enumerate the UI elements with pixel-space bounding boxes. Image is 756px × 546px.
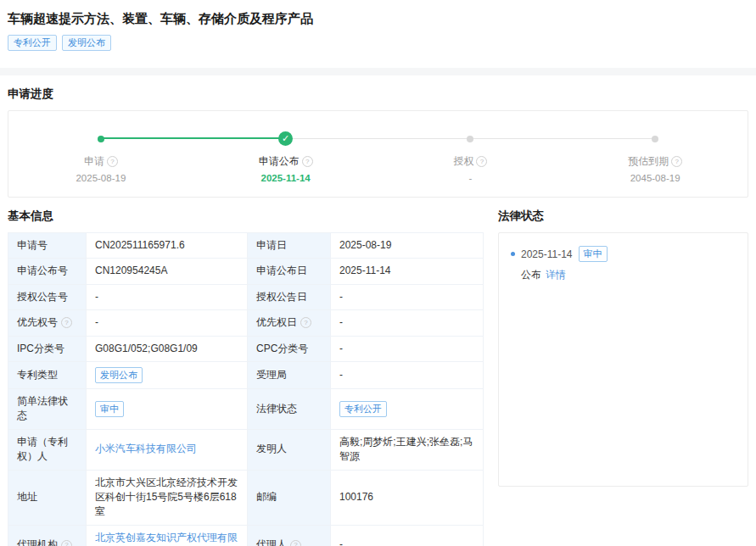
field-value: - — [331, 336, 484, 361]
patent-type-badge: 发明公布 — [95, 367, 143, 383]
field-value: - — [331, 310, 484, 336]
field-label: 申请公布号 — [8, 259, 87, 284]
field-value: G08G1/052;G08G1/09 — [87, 336, 248, 361]
bullet-dot-icon — [511, 252, 515, 256]
table-row: IPC分类号 G08G1/052;G08G1/09 CPC分类号 - — [8, 336, 484, 361]
step-date: 2025-11-14 — [261, 173, 311, 183]
basic-info-table: 申请号 CN202511165971.6 申请日 2025-08-19 申请公布… — [8, 232, 484, 546]
info-icon[interactable]: ? — [300, 317, 311, 328]
info-icon[interactable]: ? — [107, 156, 118, 167]
legal-status-date: 2025-11-14 — [521, 248, 573, 260]
legal-status-section: 法律状态 2025-11-14 审中 公布 详情 — [498, 198, 748, 487]
page-title: 车辆超速提示方法、装置、车辆、存储介质及程序产品 — [8, 11, 748, 27]
field-label: 简单法律状态 — [8, 388, 87, 429]
table-row: 简单法律状态 审中 法律状态 专利公开 — [8, 388, 484, 429]
table-row: 申请（专利权）人 小米汽车科技有限公司 发明人 高毅;周梦炘;王建兴;张垒磊;马… — [8, 429, 484, 470]
field-value: - — [87, 284, 248, 309]
table-row: 代理机构? 北京英创嘉友知识产权代理有限公司 代理人? - — [8, 525, 484, 546]
applicant-link[interactable]: 小米汽车科技有限公司 — [95, 443, 197, 454]
field-label: 申请日 — [248, 233, 331, 259]
field-label: 优先权日? — [248, 310, 331, 336]
main-content: 基本信息 申请号 CN202511165971.6 申请日 2025-08-19… — [0, 198, 756, 546]
field-label: 授权公告日 — [248, 284, 331, 309]
field-label: IPC分类号 — [8, 336, 87, 361]
legal-status-item: 2025-11-14 审中 公布 详情 — [511, 246, 736, 282]
field-value: CN120954245A — [87, 259, 248, 284]
legal-status-item-badge: 审中 — [579, 246, 608, 262]
field-value: 发明公布 — [87, 361, 248, 388]
step-dot-icon — [467, 136, 473, 142]
field-value: 2025-08-19 — [331, 233, 484, 259]
field-value: CN202511165971.6 — [87, 233, 248, 259]
table-row: 专利类型 发明公布 受理局 - — [8, 361, 484, 388]
field-value: 专利公开 — [331, 388, 484, 429]
table-row: 优先权号? - 优先权日? - — [8, 310, 484, 336]
field-label: 申请公布日 — [248, 259, 331, 284]
field-value: 2025-11-14 — [331, 259, 484, 284]
section-divider — [0, 68, 756, 75]
table-row: 申请号 CN202511165971.6 申请日 2025-08-19 — [8, 233, 484, 259]
field-value: 高毅;周梦炘;王建兴;张垒磊;马智源 — [331, 429, 484, 470]
field-label: 申请（专利权）人 — [8, 429, 87, 470]
legal-detail-link[interactable]: 详情 — [546, 268, 566, 282]
step-label: 申请公布 — [259, 154, 300, 169]
info-icon[interactable]: ? — [290, 540, 301, 546]
simple-legal-status-badge: 审中 — [95, 401, 124, 417]
field-label: 发明人 — [248, 429, 331, 470]
field-value: 小米汽车科技有限公司 — [87, 429, 248, 470]
info-icon[interactable]: ? — [302, 156, 313, 167]
progress-section: 申请进度 申请 ? 2025-08-19 ✓ 申请公布 ? — [0, 86, 756, 198]
field-label: 优先权号? — [8, 310, 87, 336]
step-date: 2045-08-19 — [630, 173, 680, 183]
timeline-step-application: 申请 ? 2025-08-19 — [8, 131, 193, 183]
field-label: 专利类型 — [8, 361, 87, 388]
timeline-step-grant: 授权 ? - — [378, 131, 563, 183]
step-date: 2025-08-19 — [76, 173, 126, 183]
field-label: 邮编 — [248, 470, 331, 525]
field-label: 法律状态 — [248, 388, 331, 429]
info-icon[interactable]: ? — [61, 540, 72, 546]
field-value: 100176 — [331, 470, 484, 525]
basic-info-section: 基本信息 申请号 CN202511165971.6 申请日 2025-08-19… — [8, 198, 483, 546]
table-row: 地址 北京市大兴区北京经济技术开发区科创十街15号院5号楼6层618室 邮编 1… — [8, 470, 484, 525]
progress-heading: 申请进度 — [8, 86, 748, 102]
field-value: - — [331, 361, 484, 388]
field-label: 授权公告号 — [8, 284, 87, 309]
timeline-step-estimated-expiry: 预估到期 ? 2045-08-19 — [563, 131, 748, 183]
info-icon[interactable]: ? — [61, 317, 72, 328]
step-date: - — [468, 173, 472, 183]
legal-status-badge: 专利公开 — [339, 401, 387, 417]
basic-info-heading: 基本信息 — [8, 209, 483, 224]
legal-status-heading: 法律状态 — [498, 209, 748, 224]
timeline-step-publication: ✓ 申请公布 ? 2025-11-14 — [193, 131, 378, 183]
patent-tag-row: 专利公开 发明公布 — [8, 35, 748, 51]
patent-header: 车辆超速提示方法、装置、车辆、存储介质及程序产品 专利公开 发明公布 — [0, 11, 756, 51]
field-value: 北京市大兴区北京经济技术开发区科创十街15号院5号楼6层618室 — [87, 470, 248, 525]
field-label: 代理人? — [248, 525, 331, 546]
step-label: 申请 — [84, 154, 104, 169]
field-value: - — [331, 525, 484, 546]
field-value: - — [331, 284, 484, 309]
info-icon[interactable]: ? — [476, 156, 487, 167]
check-circle-icon: ✓ — [278, 131, 293, 146]
field-label: CPC分类号 — [248, 336, 331, 361]
step-dot-icon — [652, 136, 658, 142]
progress-card: 申请 ? 2025-08-19 ✓ 申请公布 ? 2025-11-14 — [8, 110, 748, 198]
patent-type-tag: 发明公布 — [62, 35, 111, 51]
info-icon[interactable]: ? — [671, 156, 682, 167]
step-dot-icon — [98, 136, 104, 142]
field-label: 地址 — [8, 470, 87, 525]
step-label: 预估到期 — [628, 154, 669, 169]
legal-status-card: 2025-11-14 审中 公布 详情 — [498, 232, 748, 487]
table-row: 申请公布号 CN120954245A 申请公布日 2025-11-14 — [8, 259, 484, 284]
agency-link[interactable]: 北京英创嘉友知识产权代理有限公司 — [95, 532, 238, 546]
field-value: 北京英创嘉友知识产权代理有限公司 — [87, 525, 248, 546]
field-value: 审中 — [87, 388, 248, 429]
field-label: 受理局 — [248, 361, 331, 388]
patent-status-tag: 专利公开 — [8, 35, 57, 51]
legal-event-label: 公布 — [521, 268, 541, 282]
table-row: 授权公告号 - 授权公告日 - — [8, 284, 484, 309]
field-label: 申请号 — [8, 233, 87, 259]
field-value: - — [87, 310, 248, 336]
step-label: 授权 — [453, 154, 473, 169]
